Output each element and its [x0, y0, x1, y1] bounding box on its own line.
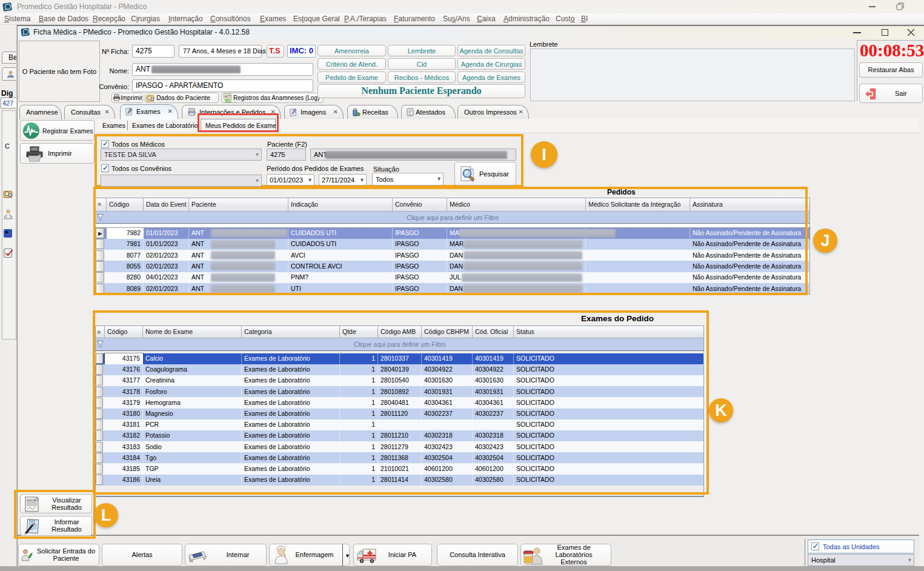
svg-text:LOG: LOG — [226, 99, 232, 102]
svg-text:ACT: ACT — [224, 95, 231, 98]
